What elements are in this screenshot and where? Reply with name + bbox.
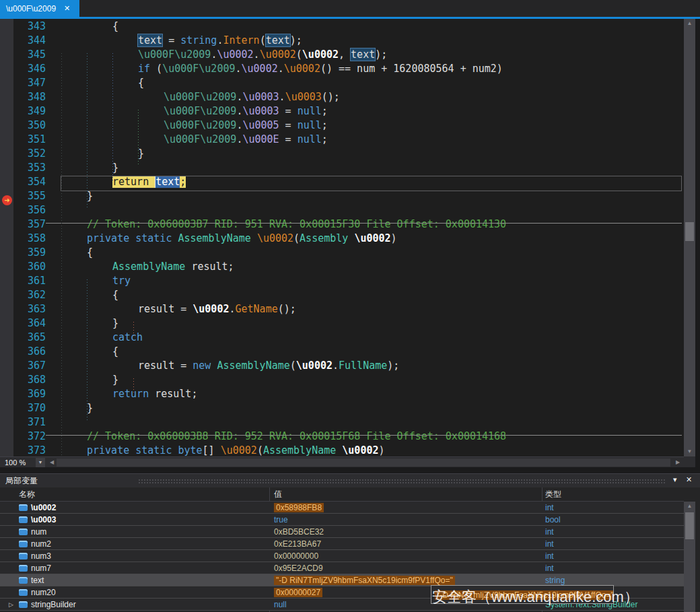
line-number[interactable]: 363 (13, 303, 46, 317)
scroll-left-icon[interactable]: ◀ (47, 458, 57, 467)
line-number[interactable]: 353 (13, 162, 46, 176)
line-number[interactable]: 355 (13, 190, 46, 204)
locals-vertical-scrollbar[interactable]: ▲ (684, 502, 695, 612)
line-number[interactable]: 365 (13, 331, 46, 345)
local-value[interactable]: 0x58988FB8 (274, 503, 324, 512)
line-number[interactable]: 370 (13, 402, 46, 416)
line-number[interactable]: 366 (13, 345, 46, 360)
column-header-type[interactable]: 类型 (545, 489, 561, 500)
scroll-down-icon[interactable]: ▼ (684, 447, 695, 456)
code-line[interactable]: result = new AssemblyName(\u0002.FullNam… (61, 360, 684, 374)
breakpoint-current-statement-icon[interactable]: ➜ (2, 195, 12, 205)
locals-row[interactable]: num30x00000000int (0, 550, 684, 562)
code-line[interactable]: \u000F\u2009.\u0002.\u0002(\u0002, text)… (61, 48, 684, 63)
code-line[interactable]: // Token: 0x060003B8 RID: 952 RVA: 0x000… (61, 430, 684, 444)
code-line[interactable]: return result; (61, 388, 684, 402)
glyph-margin[interactable]: ➜ (0, 19, 13, 456)
code-line[interactable]: { (61, 20, 684, 34)
line-number[interactable]: 345 (13, 48, 46, 63)
line-number[interactable]: 360 (13, 261, 46, 275)
line-number[interactable]: 367 (13, 360, 46, 374)
line-number[interactable]: 348 (13, 91, 46, 105)
line-number[interactable]: 354 (13, 176, 46, 190)
local-value[interactable]: 0x00000000 (274, 551, 318, 561)
code-line[interactable]: } (61, 190, 684, 204)
code-line[interactable]: { (61, 289, 684, 303)
column-header-value[interactable]: 值 (274, 489, 282, 500)
code-lines[interactable]: {text = string.Intern(text);\u000F\u2009… (61, 20, 684, 456)
code-line[interactable]: { (61, 246, 684, 261)
locals-row[interactable]: \u00020x58988FB8int (0, 502, 684, 514)
tab-close-icon[interactable]: ✕ (64, 4, 70, 13)
line-number[interactable]: 359 (13, 246, 46, 261)
code-line[interactable]: if (\u000F\u2009.\u0002.\u0002() == num … (61, 63, 684, 77)
line-number[interactable]: 373 (13, 444, 46, 456)
scroll-right-icon[interactable]: ▶ (673, 458, 682, 467)
line-number[interactable]: 356 (13, 204, 46, 218)
line-number[interactable]: 343 (13, 20, 46, 34)
code-line[interactable]: \u000F\u2009.\u0003.\u0003(); (61, 91, 684, 105)
code-line[interactable]: { (61, 77, 684, 91)
line-number[interactable]: 357 (13, 218, 46, 232)
code-line[interactable]: catch (61, 331, 684, 345)
expand-icon[interactable]: ▷ (9, 601, 13, 609)
line-number[interactable]: 369 (13, 388, 46, 402)
panel-close-icon[interactable]: ✕ (686, 475, 692, 484)
local-value[interactable]: 0x95E2ACD9 (274, 564, 323, 573)
editor-vscroll-thumb[interactable] (685, 222, 694, 241)
code-line[interactable]: } (61, 147, 684, 162)
line-number[interactable]: 371 (13, 416, 46, 430)
line-number[interactable]: 352 (13, 147, 46, 162)
locals-title-bar[interactable]: 局部变量 ▾ ✕ (0, 474, 700, 487)
code-line[interactable]: } (61, 162, 684, 176)
local-value[interactable]: 0xBD5BCE32 (274, 527, 324, 537)
line-number[interactable]: 362 (13, 289, 46, 303)
locals-row[interactable]: \u0003truebool (0, 514, 684, 526)
code-line[interactable] (61, 204, 684, 218)
line-number[interactable]: 361 (13, 275, 46, 289)
local-value[interactable]: true (274, 515, 288, 524)
scroll-up-icon[interactable]: ▲ (684, 502, 695, 510)
zoom-dropdown-icon[interactable]: ▼ (36, 458, 45, 467)
editor-hscroll-thumb[interactable] (57, 458, 670, 467)
editor-vertical-scrollbar[interactable]: ▲ ▼ (684, 19, 695, 456)
locals-vscroll-thumb[interactable] (685, 512, 694, 539)
local-value[interactable]: "-D RiN7TmljZV9hbmFsaXN5c19icm9fPV1ffQo=… (274, 576, 455, 585)
code-line[interactable] (61, 416, 684, 430)
code-line[interactable]: } (61, 374, 684, 388)
code-line[interactable]: // Token: 0x060003B7 RID: 951 RVA: 0x000… (61, 218, 684, 232)
code-line[interactable]: result = \u0002.GetName(); (61, 303, 684, 317)
line-number[interactable]: 358 (13, 232, 46, 246)
code-line[interactable]: \u000F\u2009.\u000E = null; (61, 133, 684, 147)
local-value[interactable]: null (274, 600, 287, 609)
line-number[interactable]: 351 (13, 133, 46, 147)
zoom-level-select[interactable]: 100 % (1, 458, 35, 467)
titlebar-grip[interactable] (138, 479, 666, 483)
locals-row[interactable]: num70x95E2ACD9int (0, 562, 684, 574)
code-line[interactable]: private static AssemblyName \u0002(Assem… (61, 232, 684, 246)
line-number[interactable]: 364 (13, 317, 46, 331)
editor-horizontal-scrollbar[interactable]: 100 % ▼ ◀ ▶ (0, 456, 684, 467)
local-value[interactable]: 0xE213BA67 (274, 539, 321, 549)
code-line[interactable]: } (61, 402, 684, 416)
line-number[interactable]: 347 (13, 77, 46, 91)
line-number[interactable]: 368 (13, 374, 46, 388)
code-line[interactable]: return text; (61, 176, 684, 190)
local-value[interactable]: 0x00000027 (274, 588, 322, 597)
code-line[interactable]: private static byte[] \u0002(AssemblyNam… (61, 444, 684, 456)
column-header-name[interactable]: 名称 (19, 489, 35, 500)
line-number[interactable]: 372 (13, 430, 46, 444)
code-line[interactable]: \u000F\u2009.\u0005 = null; (61, 119, 684, 133)
line-number[interactable]: 350 (13, 119, 46, 133)
code-line[interactable]: } (61, 317, 684, 331)
tab-decompiled-file[interactable]: \u000F\u2009 ✕ (0, 0, 79, 17)
code-editor[interactable]: ➜ 34334434534634734834935035135235335435… (0, 19, 684, 456)
code-line[interactable]: \u000F\u2009.\u0003 = null; (61, 105, 684, 119)
line-number[interactable]: 349 (13, 105, 46, 119)
panel-menu-chevron-icon[interactable]: ▾ (673, 475, 677, 484)
line-number[interactable]: 346 (13, 63, 46, 77)
locals-row[interactable]: num0xBD5BCE32int (0, 526, 684, 538)
line-number[interactable]: 344 (13, 34, 46, 48)
code-line[interactable]: try (61, 275, 684, 289)
code-line[interactable]: text = string.Intern(text); (61, 34, 684, 48)
